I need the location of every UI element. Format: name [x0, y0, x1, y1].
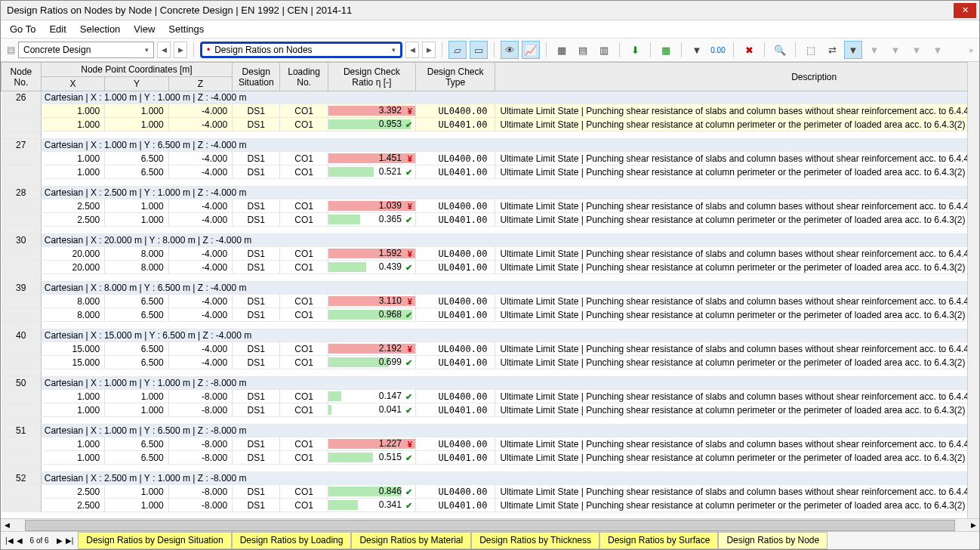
- description-cell[interactable]: Ultimate Limit State | Punching shear re…: [495, 451, 979, 465]
- z-cell[interactable]: -4.000: [168, 152, 232, 165]
- y-cell[interactable]: 1.000: [105, 485, 168, 499]
- y-cell[interactable]: 1.000: [105, 199, 168, 213]
- node-cell[interactable]: [2, 437, 42, 451]
- description-cell[interactable]: Ultimate Limit State | Punching shear re…: [495, 261, 979, 274]
- tool6-icon[interactable]: ▼: [908, 41, 926, 59]
- check-type-cell[interactable]: UL0401.00: [415, 356, 495, 369]
- ratio-cell[interactable]: 0.147✔: [328, 390, 415, 403]
- menu-selection[interactable]: Selection: [80, 23, 120, 35]
- z-cell[interactable]: -8.000: [168, 451, 232, 465]
- description-cell[interactable]: Ultimate Limit State | Punching shear re…: [495, 165, 979, 179]
- z-cell[interactable]: -4.000: [168, 342, 232, 356]
- first-page-button[interactable]: |◀: [5, 536, 14, 545]
- tab-design-ratios-by-material[interactable]: Design Ratios by Material: [351, 532, 471, 549]
- ds-cell[interactable]: DS1: [233, 247, 280, 261]
- loading-cell[interactable]: CO1: [280, 261, 328, 274]
- check-type-cell[interactable]: UL0400.00: [415, 437, 495, 451]
- z-cell[interactable]: -4.000: [168, 356, 232, 369]
- loading-cell[interactable]: CO1: [280, 213, 328, 227]
- loading-cell[interactable]: CO1: [280, 199, 328, 213]
- x-cell[interactable]: 1.000: [41, 437, 104, 451]
- y-cell[interactable]: 1.000: [105, 213, 168, 227]
- col-coords[interactable]: Node Point Coordinates [m]: [41, 63, 232, 77]
- y-cell[interactable]: 1.000: [105, 104, 168, 118]
- z-cell[interactable]: -8.000: [168, 437, 232, 451]
- loading-cell[interactable]: CO1: [280, 295, 328, 308]
- z-cell[interactable]: -8.000: [168, 485, 232, 499]
- tool5-icon[interactable]: ▼: [886, 41, 904, 59]
- ratio-cell[interactable]: 0.699✔: [328, 356, 415, 369]
- loading-cell[interactable]: CO1: [280, 308, 328, 322]
- col-node-no[interactable]: Node No.: [2, 63, 42, 91]
- z-cell[interactable]: -4.000: [168, 295, 232, 308]
- node-cell[interactable]: [2, 165, 42, 179]
- node-cell[interactable]: [2, 152, 42, 165]
- ds-cell[interactable]: DS1: [233, 403, 280, 417]
- node-cell[interactable]: [2, 390, 42, 403]
- y-cell[interactable]: 6.500: [105, 342, 168, 356]
- x-cell[interactable]: 2.500: [41, 199, 104, 213]
- loading-cell[interactable]: CO1: [280, 342, 328, 356]
- check-type-cell[interactable]: UL0401.00: [415, 308, 495, 322]
- result-table-dropdown[interactable]: • Design Ratios on Nodes ▾: [200, 42, 402, 58]
- x-cell[interactable]: 15.000: [41, 356, 104, 369]
- vertical-scrollbar[interactable]: [967, 62, 979, 518]
- decimal-icon[interactable]: 0.00: [709, 41, 727, 59]
- y-cell[interactable]: 6.500: [105, 308, 168, 322]
- x-cell[interactable]: 1.000: [41, 104, 104, 118]
- check-type-cell[interactable]: UL0400.00: [415, 295, 495, 308]
- ratio-cell[interactable]: 3.392¥: [328, 104, 415, 118]
- loading-cell[interactable]: CO1: [280, 104, 328, 118]
- node-number[interactable]: 40: [2, 329, 42, 342]
- y-cell[interactable]: 6.500: [105, 152, 168, 165]
- description-cell[interactable]: Ultimate Limit State | Punching shear re…: [495, 485, 979, 499]
- y-cell[interactable]: 6.500: [105, 295, 168, 308]
- search-icon[interactable]: 🔍: [771, 41, 789, 59]
- x-cell[interactable]: 1.000: [41, 118, 104, 131]
- node-number[interactable]: 51: [2, 425, 42, 437]
- ds-cell[interactable]: DS1: [233, 499, 280, 512]
- prev-page-button[interactable]: ◀: [17, 536, 23, 545]
- menu-settings[interactable]: Settings: [168, 23, 204, 35]
- prev-table-button[interactable]: ◀: [405, 42, 419, 58]
- z-cell[interactable]: -4.000: [168, 199, 232, 213]
- check-type-cell[interactable]: UL0400.00: [415, 390, 495, 403]
- ds-cell[interactable]: DS1: [233, 437, 280, 451]
- loading-cell[interactable]: CO1: [280, 152, 328, 165]
- check-type-cell[interactable]: UL0400.00: [415, 152, 495, 165]
- check-type-cell[interactable]: UL0400.00: [415, 342, 495, 356]
- ratio-cell[interactable]: 0.439✔: [328, 261, 415, 274]
- ds-cell[interactable]: DS1: [233, 451, 280, 465]
- ratio-cell[interactable]: 0.846✔: [328, 485, 415, 499]
- view-icon[interactable]: 👁: [501, 41, 519, 59]
- node-cell[interactable]: [2, 213, 42, 227]
- check-type-cell[interactable]: UL0401.00: [415, 451, 495, 465]
- tool4-icon[interactable]: ▼: [865, 41, 883, 59]
- node-cell[interactable]: [2, 451, 42, 465]
- node-number[interactable]: 50: [2, 377, 42, 390]
- node-number[interactable]: 28: [2, 187, 42, 199]
- loading-cell[interactable]: CO1: [280, 485, 328, 499]
- check-type-cell[interactable]: UL0401.00: [415, 261, 495, 274]
- y-cell[interactable]: 1.000: [105, 390, 168, 403]
- ds-cell[interactable]: DS1: [233, 295, 280, 308]
- description-cell[interactable]: Ultimate Limit State | Punching shear re…: [495, 247, 979, 261]
- z-cell[interactable]: -4.000: [168, 261, 232, 274]
- node-cell[interactable]: [2, 261, 42, 274]
- node-cell[interactable]: [2, 356, 42, 369]
- z-cell[interactable]: -4.000: [168, 247, 232, 261]
- node-cell[interactable]: [2, 308, 42, 322]
- node-cell[interactable]: [2, 295, 42, 308]
- node-cell[interactable]: [2, 247, 42, 261]
- description-cell[interactable]: Ultimate Limit State | Punching shear re…: [495, 152, 979, 165]
- x-cell[interactable]: 1.000: [41, 165, 104, 179]
- design-type-dropdown[interactable]: Concrete Design ▾: [18, 42, 154, 58]
- loading-cell[interactable]: CO1: [280, 390, 328, 403]
- z-cell[interactable]: -8.000: [168, 390, 232, 403]
- node-number[interactable]: 52: [2, 472, 42, 485]
- check-type-cell[interactable]: UL0401.00: [415, 403, 495, 417]
- grid2-icon[interactable]: ▤: [574, 41, 592, 59]
- description-cell[interactable]: Ultimate Limit State | Punching shear re…: [495, 356, 979, 369]
- ratio-cell[interactable]: 1.451¥: [328, 152, 415, 165]
- tab-design-ratios-by-thickness[interactable]: Design Ratios by Thickness: [471, 532, 599, 549]
